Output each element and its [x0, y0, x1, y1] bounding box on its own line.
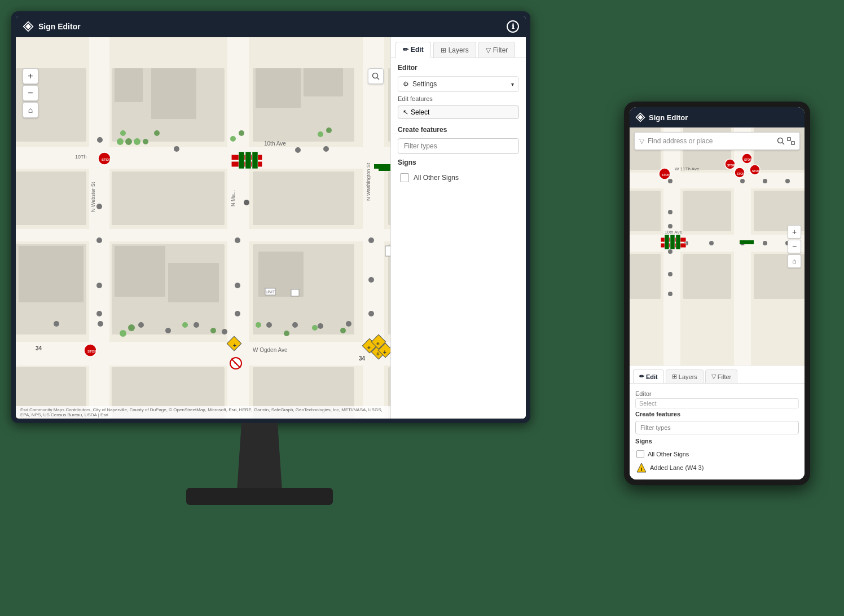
monitor-stand-base — [186, 488, 333, 505]
svg-text:34: 34 — [36, 345, 42, 351]
svg-point-49 — [210, 328, 216, 333]
info-button[interactable]: ℹ — [507, 20, 519, 33]
svg-rect-3 — [16, 147, 390, 169]
desktop-search-button[interactable] — [368, 68, 384, 84]
search-icon — [372, 72, 380, 80]
svg-point-42 — [230, 136, 236, 142]
tablet-create-features-title: Create features — [635, 411, 799, 417]
svg-point-148 — [709, 241, 714, 245]
desktop-map-svg: 10th Ave 10Th N Webster St N Ma... N Was… — [16, 37, 390, 419]
svg-point-91 — [96, 283, 102, 288]
edit-icon: ✏ — [403, 46, 408, 54]
filter-input[interactable] — [398, 138, 519, 154]
desktop-app-header: Sign Editor ℹ — [16, 16, 526, 37]
svg-point-75 — [244, 200, 249, 205]
svg-point-45 — [326, 127, 332, 133]
svg-rect-117 — [385, 246, 390, 256]
svg-point-123 — [778, 138, 783, 143]
svg-point-52 — [312, 325, 318, 331]
svg-point-154 — [785, 179, 790, 183]
tablet-tab-filter[interactable]: ▽ Filter — [705, 369, 737, 383]
signs-label: Signs — [398, 159, 519, 166]
svg-rect-5 — [16, 342, 390, 366]
desktop-editor-title: Editor — [398, 64, 519, 72]
zoom-out-button[interactable]: − — [23, 85, 38, 101]
monitor-stand-neck — [237, 423, 282, 491]
tablet-app-header: Sign Editor — [630, 107, 805, 127]
home-button[interactable]: ⌂ — [23, 102, 38, 118]
tablet-sign-item-0: All Other Signs — [635, 448, 799, 460]
svg-rect-136 — [683, 191, 731, 231]
tablet-home-button[interactable]: ⌂ — [788, 254, 801, 268]
svg-rect-26 — [168, 263, 219, 302]
tablet-search-bar[interactable]: ▽ Find address or place — [634, 132, 800, 150]
svg-text:W Ogden Ave: W Ogden Ave — [253, 347, 288, 353]
tablet-select-row: Select — [635, 398, 799, 408]
svg-point-81 — [165, 328, 171, 333]
tab-edit[interactable]: ✏ Edit — [395, 42, 431, 58]
tablet-filter-tab-icon: ▽ — [711, 373, 716, 380]
svg-point-38 — [134, 138, 140, 145]
tablet-device: Sign Editor ▽ Find address or place — [624, 102, 810, 485]
svg-point-141 — [668, 179, 672, 183]
tablet-tab-edit[interactable]: ✏ Edit — [633, 369, 664, 383]
tablet-sign-checkbox-0[interactable] — [636, 450, 644, 458]
svg-text:N Washington St: N Washington St — [366, 162, 371, 201]
tab-layers[interactable]: ⊞ Layers — [433, 42, 476, 58]
svg-point-79 — [98, 321, 103, 327]
tablet-filter-input[interactable] — [635, 421, 799, 434]
tablet-edit-icon: ✏ — [639, 373, 644, 380]
tab-filter[interactable]: ▽ Filter — [478, 42, 516, 58]
svg-line-120 — [377, 78, 380, 80]
svg-point-142 — [668, 210, 672, 214]
svg-point-74 — [174, 146, 179, 152]
select-button[interactable]: ↖ Select — [398, 105, 519, 119]
desktop-right-panel: ✏ Edit ⊞ Layers ▽ Filter Editor — [390, 37, 526, 419]
svg-text:STOP: STOP — [744, 158, 752, 161]
sign-checkbox[interactable] — [400, 173, 409, 182]
desktop-map-area[interactable]: 10th Ave 10Th N Webster St N Ma... N Was… — [16, 37, 390, 419]
tablet-zoom-in-button[interactable]: + — [788, 225, 801, 239]
svg-point-153 — [763, 179, 767, 183]
edit-features-label: Edit features — [398, 95, 519, 102]
svg-point-78 — [54, 321, 59, 327]
svg-point-152 — [740, 179, 745, 183]
settings-icon: ⚙ — [403, 80, 409, 88]
svg-rect-169 — [676, 235, 680, 249]
svg-text:10th Ave: 10th Ave — [264, 140, 286, 147]
svg-point-86 — [318, 323, 323, 329]
svg-rect-67 — [239, 152, 244, 169]
svg-point-43 — [239, 130, 244, 136]
settings-row[interactable]: ⚙ Settings ▾ — [398, 76, 519, 92]
tablet-screen: Sign Editor ▽ Find address or place — [630, 107, 805, 479]
svg-point-76 — [295, 147, 301, 153]
svg-point-48 — [182, 322, 188, 328]
tablet-signs-label: Signs — [635, 438, 799, 445]
svg-rect-118 — [291, 289, 299, 296]
svg-point-44 — [318, 131, 323, 137]
tablet-app-title: Sign Editor — [649, 113, 688, 122]
tablet-expand-icon[interactable] — [787, 137, 795, 145]
svg-rect-19 — [112, 171, 225, 225]
svg-point-97 — [368, 277, 374, 283]
filter-icon: ▽ — [486, 46, 491, 54]
tablet-search-icon[interactable] — [777, 137, 785, 145]
svg-point-50 — [256, 322, 261, 328]
tablet-map-area[interactable]: ▽ Find address or place — [630, 127, 805, 366]
svg-text:10Th: 10Th — [75, 154, 87, 160]
tablet-tab-layers[interactable]: ⊞ Layers — [666, 369, 704, 383]
tablet-layers-icon: ⊞ — [672, 373, 677, 380]
svg-rect-25 — [115, 246, 165, 297]
zoom-in-button[interactable]: + — [23, 68, 38, 84]
svg-point-47 — [128, 324, 135, 331]
svg-text:+: + — [376, 351, 380, 357]
svg-rect-12 — [151, 68, 196, 119]
svg-point-119 — [373, 73, 378, 78]
create-features-title: Create features — [398, 126, 519, 134]
svg-text:N Ma...: N Ma... — [230, 190, 236, 206]
svg-text:+: + — [367, 345, 371, 351]
svg-text:STOP: STOP — [737, 172, 745, 175]
tablet-zoom-out-button[interactable]: − — [788, 240, 801, 253]
svg-text:UNIT: UNIT — [266, 290, 275, 294]
svg-marker-122 — [638, 115, 643, 120]
